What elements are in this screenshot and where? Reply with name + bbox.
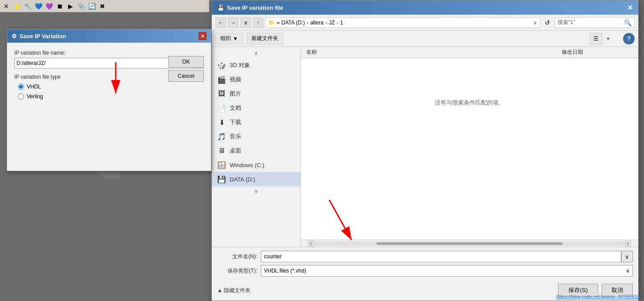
watermark: https://blog.csdn.net/waixin_30782939	[556, 294, 640, 299]
filetype-select[interactable]: VHDL files (*.vhd) ∨	[261, 265, 633, 277]
filesave-icon: 💾	[217, 4, 224, 11]
organize-button[interactable]: 组织 ▼	[215, 33, 243, 44]
sidebar-item-docs[interactable]: 📄 文档	[212, 101, 300, 115]
sidebar-label-downloads: 下载	[230, 118, 241, 126]
windows-icon: 🪟	[217, 161, 226, 169]
file-save-dialog: 💾 Save IP variation file ✕ ← → ∨ ↑ 📁 « D…	[211, 0, 639, 301]
sidebar-label-video: 视频	[230, 76, 241, 84]
radio-vhdl-input[interactable]	[18, 84, 24, 90]
toolbar-icon-x[interactable]: ✖	[98, 2, 107, 11]
filesave-sidebar: ∧ 🎲 3D 对象 🎬 视频 🖼 图片 📄 文档 ⬇ 下载 �	[212, 47, 301, 247]
main-toolbar: ✕ ⭐ 🔧 💙 💜 ⏹ ▶ 📎 🔄 ✖	[0, 0, 209, 12]
nav-up-button[interactable]: ↑	[253, 17, 263, 28]
breadcrumb-dropdown[interactable]: ∨	[533, 20, 537, 26]
dialog-variation-titlebar: ⚙ Save IP Variation ✕	[7, 29, 211, 43]
filesave-bottom: 文件名(N): ∨ 保存类型(T): VHDL files (*.vhd) ∨ …	[212, 247, 638, 301]
radio-vhdl-label: VHDL	[27, 84, 41, 90]
scroll-thumb[interactable]	[377, 242, 563, 245]
sidebar-item-pictures[interactable]: 🖼 图片	[212, 87, 300, 101]
filetype-dropdown-icon: ∨	[626, 268, 630, 274]
sidebar-item-windows[interactable]: 🪟 Windows (C:)	[212, 158, 300, 172]
scroll-left-arrow[interactable]: ‹	[308, 241, 314, 247]
filesave-close-button[interactable]: ✕	[627, 4, 633, 12]
pictures-icon: 🖼	[217, 89, 226, 98]
filetype-label: 保存类型(T):	[217, 267, 257, 275]
sidebar-item-video[interactable]: 🎬 视频	[212, 72, 300, 87]
ok-button[interactable]: OK	[168, 56, 204, 68]
breadcrumb-bar[interactable]: 📁 « DATA (D:) › altera › JZ › 1 ∨	[265, 17, 540, 28]
sidebar-label-pictures: 图片	[230, 90, 241, 98]
nav-back-button[interactable]: ←	[215, 17, 226, 28]
radio-verilog-input[interactable]	[18, 93, 24, 100]
sidebar-label-windows: Windows (C:)	[230, 162, 264, 169]
toolbar-icon-4[interactable]: 💙	[34, 2, 43, 11]
sidebar-item-downloads[interactable]: ⬇ 下载	[212, 115, 300, 129]
sidebar-label-desktop: 桌面	[230, 147, 241, 155]
file-list-header: 名称 修改日期	[301, 47, 638, 58]
sidebar-label-docs: 文档	[230, 104, 241, 112]
organize-label: 组织	[220, 35, 231, 42]
nav-forward-button[interactable]: →	[228, 17, 239, 28]
scroll-down-indicator[interactable]: ∨	[212, 186, 300, 196]
toolbar-icon-5[interactable]: 💜	[45, 2, 53, 11]
toolbar-icon-1[interactable]: ✕	[2, 2, 11, 11]
scroll-track[interactable]	[314, 242, 625, 245]
toolbar-icon-stop[interactable]: ⏹	[55, 2, 64, 11]
breadcrumb-folder-icon: 📁	[268, 20, 275, 26]
hide-folders-label: ▲ 隐藏文件夹	[217, 287, 251, 294]
dialog-variation-buttons: OK Cancel	[168, 56, 204, 82]
docs-icon: 📄	[217, 104, 226, 112]
filesave-titlebar: 💾 Save IP variation file ✕	[212, 0, 638, 15]
data-drive-icon: 💾	[217, 175, 226, 184]
breadcrumb-item-1: « DATA (D:)	[277, 20, 305, 26]
filename-row: 文件名(N): ∨	[217, 251, 633, 262]
breadcrumb-item-4: 1	[340, 20, 343, 26]
dialog-variation-close[interactable]: ✕	[198, 32, 207, 40]
file-list-area: 名称 修改日期 没有与搜索条件匹配的项。	[301, 47, 638, 240]
nav-refresh-button[interactable]: ↺	[542, 17, 553, 28]
toolbar-icon-3[interactable]: 🔧	[23, 2, 32, 11]
sidebar-item-music[interactable]: 🎵 音乐	[212, 129, 300, 144]
toolbar-icon-refresh[interactable]: 🔄	[87, 2, 96, 11]
music-icon: 🎵	[217, 132, 226, 141]
filename-dropdown[interactable]: ∨	[621, 251, 633, 262]
filename-input[interactable]	[261, 251, 621, 262]
view-button[interactable]: ☰	[590, 33, 602, 44]
breadcrumb-sep-2: ›	[325, 20, 327, 26]
hide-folders-button[interactable]: ▲ 隐藏文件夹	[217, 287, 251, 294]
radio-vhdl[interactable]: VHDL	[18, 84, 204, 90]
sidebar-item-data[interactable]: 💾 DATA (D:)	[212, 172, 300, 186]
file-type-radio-group: VHDL Verilog	[18, 84, 204, 100]
search-text: 搜索"1"	[558, 19, 575, 26]
toolbar-icon-play[interactable]: ▶	[66, 2, 75, 11]
filetype-row: 保存类型(T): VHDL files (*.vhd) ∨	[217, 265, 633, 277]
new-folder-button[interactable]: 新建文件夹	[247, 33, 283, 44]
sidebar-label-data: DATA (D:)	[230, 176, 255, 183]
breadcrumb-sep-3: ›	[336, 20, 338, 26]
sidebar-label-3d: 3D 对象	[230, 61, 250, 69]
empty-message: 没有与搜索条件匹配的项。	[301, 58, 638, 147]
filesave-main-area: 名称 修改日期 没有与搜索条件匹配的项。 ‹ ›	[301, 47, 638, 247]
scroll-up-indicator[interactable]: ∧	[212, 48, 300, 58]
toolbar-icon-attach[interactable]: 📎	[77, 2, 85, 11]
toolbar-icon-2[interactable]: ⭐	[12, 2, 21, 11]
view-dropdown-icon[interactable]: ▼	[606, 36, 611, 41]
search-icon[interactable]: 🔍	[624, 19, 632, 26]
file-name-input[interactable]	[14, 58, 190, 68]
cancel-button[interactable]: Cancel	[168, 70, 204, 82]
sidebar-item-3d[interactable]: 🎲 3D 对象	[212, 58, 300, 72]
nav-dropdown-button[interactable]: ∨	[240, 17, 251, 28]
horizontal-scrollbar[interactable]: ‹ ›	[301, 240, 638, 247]
downloads-icon: ⬇	[217, 118, 226, 127]
sidebar-item-desktop[interactable]: 🖥 桌面	[212, 144, 300, 158]
file-name-label: IP variation file name:	[14, 50, 204, 56]
dialog-variation-icon: ⚙	[12, 33, 17, 40]
filesave-content: ∧ 🎲 3D 对象 🎬 视频 🖼 图片 📄 文档 ⬇ 下载 �	[212, 47, 638, 247]
radio-verilog[interactable]: Verilog	[18, 93, 204, 100]
header-name: 名称	[306, 48, 562, 56]
help-button[interactable]: ?	[623, 33, 635, 44]
filename-label: 文件名(N):	[217, 253, 257, 261]
save-ip-variation-dialog: ⚙ Save IP Variation ✕ IP variation file …	[7, 29, 211, 171]
scroll-right-arrow[interactable]: ›	[625, 241, 631, 247]
filesave-title-left: 💾 Save IP variation file	[217, 4, 283, 11]
